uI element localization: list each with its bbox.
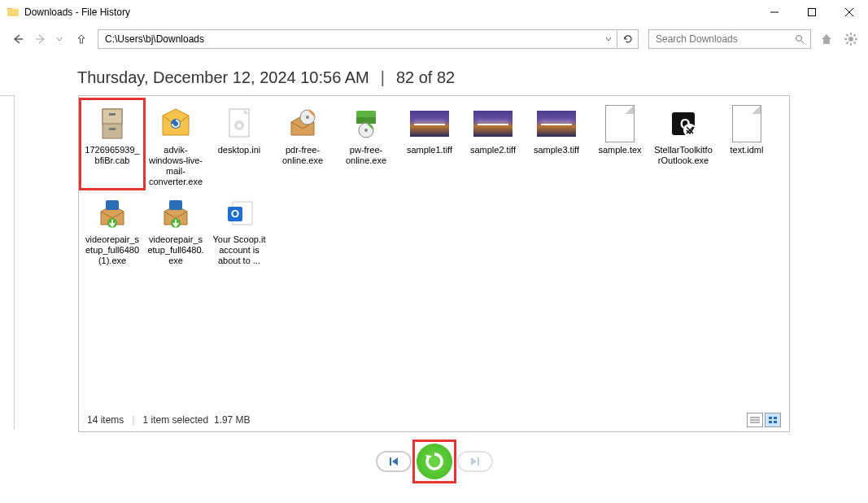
history-position: 82 of 82 xyxy=(396,68,455,87)
file-item[interactable]: pw-free-online.exe xyxy=(334,99,398,189)
file-label: advik-windows-live-mail-converter.exe xyxy=(146,145,205,187)
svg-line-14 xyxy=(854,42,856,44)
outlook-msg-icon: O xyxy=(220,194,259,233)
file-item[interactable]: text.idml xyxy=(715,99,779,189)
file-list-panel: 1726965939_bfiBr.cabadvik-windows-live-m… xyxy=(78,95,790,432)
file-label: sample1.tiff xyxy=(407,145,452,155)
left-gutter xyxy=(0,95,15,429)
svg-rect-50 xyxy=(390,457,391,466)
file-item[interactable]: OStellarToolkitforOutlook.exe xyxy=(652,99,715,189)
envelope-icon xyxy=(156,104,195,143)
outlook-tool-icon: O xyxy=(664,104,703,143)
forward-button[interactable] xyxy=(31,29,50,49)
restore-highlight xyxy=(415,442,454,481)
box-down-icon xyxy=(93,194,132,233)
blank-icon xyxy=(600,104,639,143)
cabinet-icon xyxy=(93,104,132,143)
file-item[interactable]: videorepair_setup_full6480 (1).exe xyxy=(81,189,144,268)
svg-rect-20 xyxy=(109,128,116,130)
blank-icon xyxy=(727,104,766,143)
svg-text:O: O xyxy=(231,208,239,220)
address-dropdown[interactable] xyxy=(600,30,617,48)
header-separator: | xyxy=(381,68,385,87)
svg-point-30 xyxy=(364,129,368,132)
svg-rect-19 xyxy=(109,113,116,116)
svg-rect-1 xyxy=(809,9,816,16)
file-item[interactable]: advik-windows-live-mail-converter.exe xyxy=(144,99,207,189)
restore-button[interactable] xyxy=(417,444,452,479)
tiff-icon xyxy=(537,104,576,143)
tiff-icon xyxy=(473,104,513,143)
up-button[interactable] xyxy=(72,29,91,49)
search-container xyxy=(648,29,811,49)
file-label: sample3.tiff xyxy=(534,145,579,155)
file-label: pw-free-online.exe xyxy=(337,145,395,166)
history-header: Thursday, December 12, 2024 10:56 AM | 8… xyxy=(0,54,868,95)
svg-point-24 xyxy=(238,124,242,128)
file-label: desktop.ini xyxy=(218,145,261,155)
svg-rect-38 xyxy=(169,200,182,210)
file-item[interactable]: 1726965939_bfiBr.cab xyxy=(81,99,144,189)
file-label: sample.tex xyxy=(598,145,641,155)
file-label: pdr-free-online.exe xyxy=(273,145,332,166)
svg-rect-46 xyxy=(769,417,772,419)
window-title: Downloads - File History xyxy=(24,7,130,18)
svg-rect-18 xyxy=(103,109,122,124)
maximize-button[interactable] xyxy=(793,0,831,24)
next-version-button[interactable] xyxy=(457,451,493,472)
box-green-icon xyxy=(347,104,386,143)
refresh-button[interactable] xyxy=(617,30,638,48)
file-label: 1726965939_bfiBr.cab xyxy=(83,145,142,166)
file-item[interactable]: videorepair_setup_full6480.exe xyxy=(144,189,207,268)
tiff-icon xyxy=(410,104,449,143)
file-item[interactable]: sample.tex xyxy=(588,99,652,189)
file-grid: 1726965939_bfiBr.cabadvik-windows-live-m… xyxy=(79,96,789,271)
navigation-toolbar xyxy=(0,24,868,54)
settings-button[interactable] xyxy=(842,30,860,48)
icons-view-button[interactable] xyxy=(765,413,781,427)
file-label: Your Scoop.it account is about to ... xyxy=(210,234,268,266)
history-controls xyxy=(0,442,868,481)
svg-point-8 xyxy=(848,37,853,42)
svg-rect-47 xyxy=(774,417,777,419)
view-toggles xyxy=(747,413,781,427)
details-view-button[interactable] xyxy=(747,413,763,427)
svg-point-6 xyxy=(796,36,802,42)
svg-line-16 xyxy=(854,34,856,36)
box-down-icon xyxy=(156,194,195,233)
svg-rect-49 xyxy=(774,421,777,423)
svg-line-7 xyxy=(801,41,804,43)
address-bar-container xyxy=(98,29,639,49)
file-item[interactable]: sample2.tiff xyxy=(461,99,525,189)
svg-rect-51 xyxy=(478,457,479,466)
close-button[interactable] xyxy=(831,0,868,24)
svg-point-26 xyxy=(306,116,309,119)
minimize-button[interactable] xyxy=(756,0,793,24)
box-disc-icon xyxy=(283,104,322,143)
file-label: videorepair_setup_full6480 (1).exe xyxy=(83,234,142,266)
file-item[interactable]: sample3.tiff xyxy=(525,99,588,189)
history-timestamp: Thursday, December 12, 2024 10:56 AM xyxy=(77,68,369,87)
svg-rect-36 xyxy=(106,200,119,210)
previous-version-button[interactable] xyxy=(376,451,412,472)
gear-doc-icon xyxy=(220,104,259,143)
file-label: text.idml xyxy=(731,145,764,155)
address-bar[interactable] xyxy=(98,30,600,48)
search-button[interactable] xyxy=(789,30,810,48)
selected-size: 1.97 MB xyxy=(214,414,251,426)
search-input[interactable] xyxy=(649,30,789,48)
file-item[interactable]: sample1.tiff xyxy=(398,99,461,189)
file-item[interactable]: desktop.ini xyxy=(207,99,271,189)
recent-dropdown[interactable] xyxy=(54,29,65,49)
svg-rect-48 xyxy=(769,421,772,423)
selected-count: 1 item selected xyxy=(142,414,208,426)
file-label: videorepair_setup_full6480.exe xyxy=(146,234,205,266)
home-button[interactable] xyxy=(818,30,835,48)
file-item[interactable]: OYour Scoop.it account is about to ... xyxy=(207,189,271,268)
window-controls xyxy=(756,0,868,24)
file-label: StellarToolkitforOutlook.exe xyxy=(654,145,713,166)
status-bar: 14 items | 1 item selected 1.97 MB xyxy=(79,409,789,431)
svg-line-13 xyxy=(846,34,848,36)
file-item[interactable]: pdr-free-online.exe xyxy=(271,99,334,189)
back-button[interactable] xyxy=(8,29,28,49)
